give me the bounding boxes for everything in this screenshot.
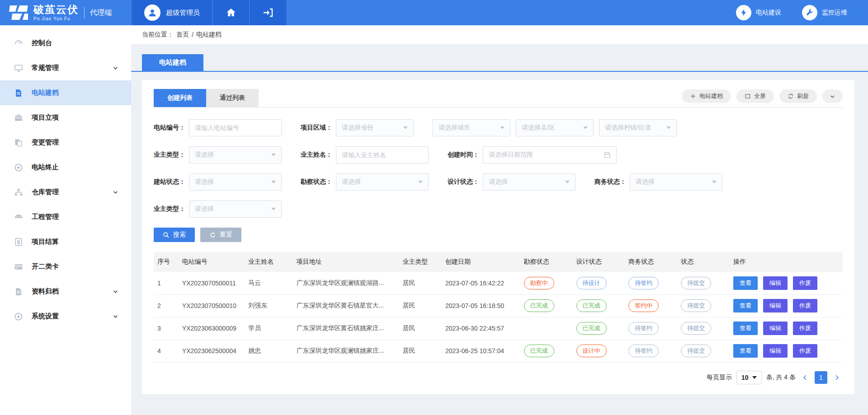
tab-通过列表[interactable]: 通过列表	[206, 89, 259, 107]
edit-button[interactable]: 编辑	[763, 344, 788, 358]
plus-icon	[690, 93, 696, 99]
filter-text-input[interactable]	[336, 147, 428, 163]
filter-text-input[interactable]	[189, 120, 281, 136]
filter-select[interactable]: 请选择村镇/街道	[599, 119, 677, 136]
edit-button[interactable]: 编辑	[763, 322, 788, 335]
void-button[interactable]: 作废	[793, 276, 817, 290]
caret-down-icon	[565, 181, 570, 183]
page-size-value: 10	[741, 374, 749, 381]
sidebar-item-变更管理[interactable]: 变更管理	[0, 130, 131, 155]
void-button[interactable]: 作废	[793, 322, 817, 335]
view-button[interactable]: 查看	[733, 344, 758, 358]
sidebar-item-系统设置[interactable]: 系统设置	[0, 304, 131, 329]
page-tab-station-archive[interactable]: 电站建档	[142, 54, 203, 71]
filter-select[interactable]: 请选择	[189, 201, 282, 218]
nav-station-build[interactable]: 电站建设	[736, 5, 781, 20]
logo-subtitle: Po Jian Yun Fu	[33, 17, 79, 21]
view-button[interactable]: 查看	[733, 299, 758, 312]
sidebar-item-资料归档[interactable]: 资料归档	[0, 279, 131, 304]
created-date: 2023-06-30 22:45:57	[442, 317, 520, 340]
filter-form: 电站编号：项目区域：请选择省份请选择城市请选择县/区请选择村镇/街道业主类型：请…	[154, 107, 843, 218]
home-icon	[226, 7, 236, 18]
monitor-icon	[14, 63, 24, 73]
home-button[interactable]	[213, 0, 250, 25]
logout-button[interactable]	[250, 0, 287, 25]
sidebar-item-电站终止[interactable]: 电站终止	[0, 155, 131, 180]
toolbar-collapse-button[interactable]	[822, 89, 843, 103]
archive-icon	[14, 287, 24, 297]
sidebar-item-电站建档[interactable]: 电站建档	[0, 80, 131, 105]
owner-type: 居民	[399, 294, 442, 317]
logo: 破茧云伏 Po Jian Yun Fu 代理端	[0, 0, 131, 25]
created-date: 2023-07-05 16:42:22	[442, 272, 520, 294]
status-badge: 待提交	[681, 277, 711, 289]
page-number-1[interactable]: 1	[815, 371, 827, 384]
sidebar-item-项目立项[interactable]: 项目立项	[0, 105, 131, 130]
column-header-业主姓名: 业主姓名	[245, 252, 293, 272]
reset-button[interactable]: 重置	[200, 228, 241, 242]
caret-down-icon	[271, 154, 276, 156]
breadcrumb-label: 当前位置：	[142, 31, 174, 39]
filter-select[interactable]: 请选择	[483, 173, 576, 191]
project-address: 广东深圳龙华区黄石镇姚家庄...	[293, 317, 399, 340]
station-table: 序号电站编号业主姓名项目地址业主类型创建日期勘察状态设计状态商务状态状态操作 1…	[154, 252, 843, 363]
toolbar-button-全屏[interactable]: 全屏	[736, 89, 774, 103]
sidebar-item-项目结算[interactable]: 项目结算	[0, 229, 131, 254]
chevron-down-icon	[113, 313, 118, 319]
toolbar-button-刷新[interactable]: 刷新	[779, 89, 817, 103]
project-address: 广东深圳龙华区观澜镇观湖路...	[293, 272, 399, 294]
edit-button[interactable]: 编辑	[763, 299, 788, 312]
search-button[interactable]: 搜索	[154, 228, 195, 242]
gauge-icon	[14, 212, 24, 222]
filter-select[interactable]: 请选择	[630, 173, 722, 191]
card-icon	[14, 262, 24, 272]
filter-label: 业主类型：	[154, 151, 185, 159]
sidebar-item-控制台[interactable]: 控制台	[0, 31, 131, 56]
chevron-down-icon	[113, 189, 118, 195]
column-header-设计状态: 设计状态	[573, 252, 625, 272]
filter-select[interactable]: 请选择	[189, 173, 282, 191]
caret-down-icon	[271, 181, 276, 183]
lightning-icon	[736, 5, 751, 20]
breadcrumb-home[interactable]: 首页	[176, 31, 189, 39]
sidebar-item-工程管理[interactable]: 工程管理	[0, 205, 131, 229]
view-button[interactable]: 查看	[733, 322, 758, 335]
filter-select[interactable]: 请选择县/区	[516, 119, 594, 136]
sidebar-item-开二类卡[interactable]: 开二类卡	[0, 254, 131, 279]
void-button[interactable]: 作废	[793, 344, 817, 358]
filter-select[interactable]: 请选择	[189, 146, 282, 163]
page-size-select[interactable]: 10	[736, 371, 762, 384]
nav-monitor-ops[interactable]: 监控运维	[802, 5, 847, 20]
user-name: 超级管理员	[166, 9, 200, 17]
user-menu[interactable]: 超级管理员	[131, 0, 213, 25]
sidebar-item-label: 资料归档	[32, 287, 59, 296]
calculator-icon	[14, 237, 24, 247]
sidebar-item-常规管理[interactable]: 常规管理	[0, 56, 131, 80]
view-button[interactable]: 查看	[733, 276, 758, 290]
design-status: 已完成	[573, 294, 625, 317]
design-status: 已完成	[573, 317, 625, 340]
caret-down-icon	[403, 126, 408, 129]
tab-创建列表[interactable]: 创建列表	[154, 89, 206, 107]
sidebar-item-仓库管理[interactable]: 仓库管理	[0, 180, 131, 205]
column-header-业主类型: 业主类型	[399, 252, 442, 272]
edit-button[interactable]: 编辑	[763, 276, 788, 290]
filter-select[interactable]: 请选择	[336, 173, 429, 191]
date-range-picker[interactable]: 请选择日期范围	[483, 146, 617, 163]
owner-name: 刘强东	[245, 294, 293, 317]
toolbar-button-电站建档[interactable]: 电站建档	[682, 89, 731, 103]
file-icon	[14, 88, 24, 98]
void-button[interactable]: 作废	[793, 299, 817, 312]
caret-down-icon	[418, 181, 423, 183]
sidebar-item-label: 开二类卡	[32, 262, 59, 271]
search-button-label: 搜索	[173, 231, 186, 239]
topbar-right-nav: 电站建设 监控运维	[736, 0, 868, 25]
sidebar-item-label: 项目结算	[32, 238, 59, 246]
next-page-button[interactable]	[832, 374, 842, 381]
prev-page-button[interactable]	[800, 374, 810, 381]
caret-down-icon	[666, 126, 671, 129]
breadcrumb-current: 电站建档	[196, 31, 222, 39]
filter-select[interactable]: 请选择省份	[336, 119, 414, 136]
breadcrumb: 当前位置： 首页 / 电站建档	[131, 25, 868, 44]
filter-select[interactable]: 请选择城市	[433, 119, 510, 136]
